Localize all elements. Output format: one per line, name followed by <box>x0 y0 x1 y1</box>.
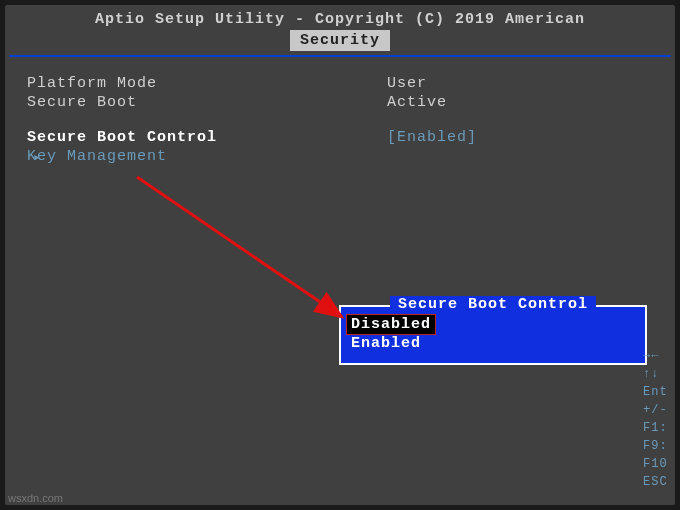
platform-mode-value: User <box>387 75 427 92</box>
help-key-arrows-ud: ↑↓ <box>643 365 673 383</box>
platform-mode-label: Platform Mode <box>27 75 387 92</box>
secure-boot-label: Secure Boot <box>27 94 387 111</box>
main-area: Platform Mode User Secure Boot Active Se… <box>7 57 673 487</box>
key-management-label: Key Management <box>27 148 387 165</box>
help-key-plusminus: +/- <box>643 401 673 419</box>
help-key-f9: F9: <box>643 437 673 455</box>
row-platform-mode: Platform Mode User <box>27 75 663 92</box>
secure-boot-control-label: Secure Boot Control <box>27 129 387 146</box>
header-title: Aptio Setup Utility - Copyright (C) 2019… <box>7 7 673 30</box>
svg-line-1 <box>137 177 342 317</box>
popup-title: Secure Boot Control <box>390 296 596 313</box>
secure-boot-control-value: [Enabled] <box>387 129 477 146</box>
popup-secure-boot-control: Secure Boot Control Disabled Enabled <box>339 305 647 365</box>
submenu-arrow-icon: ▸ <box>33 149 42 165</box>
help-key-enter: Ent <box>643 383 673 401</box>
help-key-panel: →← ↑↓ Ent +/- F1: F9: F10 ESC <box>643 347 673 491</box>
popup-option-disabled[interactable]: Disabled <box>347 315 435 334</box>
tab-security[interactable]: Security <box>290 30 390 51</box>
row-secure-boot: Secure Boot Active <box>27 94 663 111</box>
menu-key-management[interactable]: ▸ Key Management <box>27 148 663 165</box>
help-key-esc: ESC <box>643 473 673 491</box>
help-key-f1: F1: <box>643 419 673 437</box>
help-key-f10: F10 <box>643 455 673 473</box>
watermark: wsxdn.com <box>8 492 63 504</box>
tab-row: Security <box>7 30 673 51</box>
bios-screen: Aptio Setup Utility - Copyright (C) 2019… <box>5 5 675 505</box>
help-key-arrows-lr: →← <box>643 347 673 365</box>
menu-secure-boot-control[interactable]: Secure Boot Control [Enabled] <box>27 129 663 146</box>
popup-option-enabled[interactable]: Enabled <box>347 334 639 353</box>
secure-boot-value: Active <box>387 94 447 111</box>
